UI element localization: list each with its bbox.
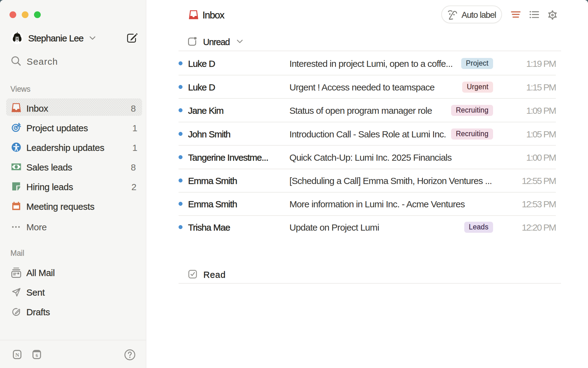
- svg-text:6: 6: [36, 353, 38, 358]
- svg-text:N: N: [15, 352, 19, 358]
